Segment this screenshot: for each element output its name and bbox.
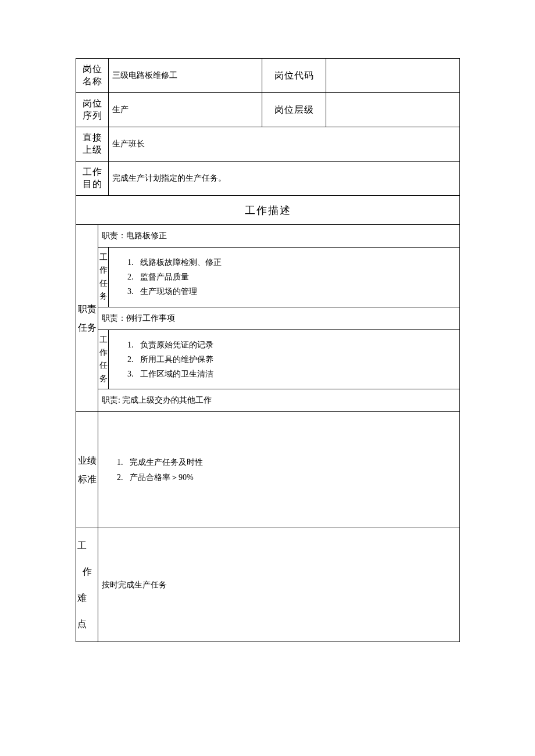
- task-2-item-1: 负责原始凭证的记录: [135, 338, 456, 352]
- label-position-level: 岗位层级: [262, 93, 326, 127]
- perf-item-2: 产品合格率＞90%: [125, 470, 456, 485]
- perf-item-1: 完成生产任务及时性: [125, 455, 456, 470]
- label-task-1: 工作任务: [98, 248, 109, 307]
- label-position-series: 岗位序列: [76, 93, 109, 127]
- row-duty-3: 职责: 完成上级交办的其他工作: [76, 389, 460, 412]
- difficulty-value: 按时完成生产任务: [98, 528, 460, 642]
- row-difficulty: 工 作 难 点 按时完成生产任务: [76, 528, 460, 642]
- label-duties-tasks: 职责 任务: [76, 225, 98, 412]
- value-position-series: 生产: [109, 93, 262, 127]
- label-position-name: 岗位名称: [76, 59, 109, 93]
- row-tasks-2: 工作任务 负责原始凭证的记录 所用工具的维护保养 工作区域的卫生清洁: [76, 329, 460, 389]
- task-1-item-1: 线路板故障检测、修正: [135, 255, 456, 270]
- label-direct-supervisor: 直接上级: [76, 127, 109, 162]
- label-work-purpose: 工作目的: [76, 162, 109, 196]
- row-performance: 业绩 标准 完成生产任务及时性 产品合格率＞90%: [76, 412, 460, 528]
- label-position-code: 岗位代码: [262, 59, 326, 93]
- row-direct-supervisor: 直接上级 生产班长: [76, 127, 460, 162]
- job-description-table: 岗位名称 三级电路板维修工 岗位代码 岗位序列 生产 岗位层级 直接上级 生产班…: [76, 58, 460, 642]
- work-description-header: 工作描述: [76, 196, 460, 225]
- row-position-series: 岗位序列 生产 岗位层级: [76, 93, 460, 127]
- value-position-name: 三级电路板维修工: [109, 59, 262, 93]
- performance-list: 完成生产任务及时性 产品合格率＞90%: [98, 412, 460, 528]
- value-work-purpose: 完成生产计划指定的生产任务。: [109, 162, 460, 196]
- tasks-1-list: 线路板故障检测、修正 监督产品质量 生产现场的管理: [109, 248, 460, 307]
- task-2-item-2: 所用工具的维护保养: [135, 352, 456, 367]
- value-direct-supervisor: 生产班长: [109, 127, 460, 162]
- row-position-name: 岗位名称 三级电路板维修工 岗位代码: [76, 59, 460, 93]
- task-1-item-2: 监督产品质量: [135, 270, 456, 284]
- value-position-code: [326, 59, 460, 93]
- tasks-2-list: 负责原始凭证的记录 所用工具的维护保养 工作区域的卫生清洁: [109, 329, 460, 389]
- row-duty-1: 职责 任务 职责：电路板修正: [76, 225, 460, 248]
- label-performance: 业绩 标准: [76, 412, 98, 528]
- row-work-purpose: 工作目的 完成生产计划指定的生产任务。: [76, 162, 460, 196]
- duty-3-text: 职责: 完成上级交办的其他工作: [98, 389, 460, 412]
- task-1-item-3: 生产现场的管理: [135, 284, 456, 299]
- duty-2-text: 职责：例行工作事项: [98, 307, 460, 329]
- task-2-item-3: 工作区域的卫生清洁: [135, 367, 456, 381]
- row-desc-header: 工作描述: [76, 196, 460, 225]
- row-tasks-1: 工作任务 线路板故障检测、修正 监督产品质量 生产现场的管理: [76, 248, 460, 307]
- value-position-level: [326, 93, 460, 127]
- label-difficulty: 工 作 难 点: [76, 528, 98, 642]
- duty-1-text: 职责：电路板修正: [98, 225, 460, 248]
- row-duty-2: 职责：例行工作事项: [76, 307, 460, 329]
- label-task-2: 工作任务: [98, 329, 109, 389]
